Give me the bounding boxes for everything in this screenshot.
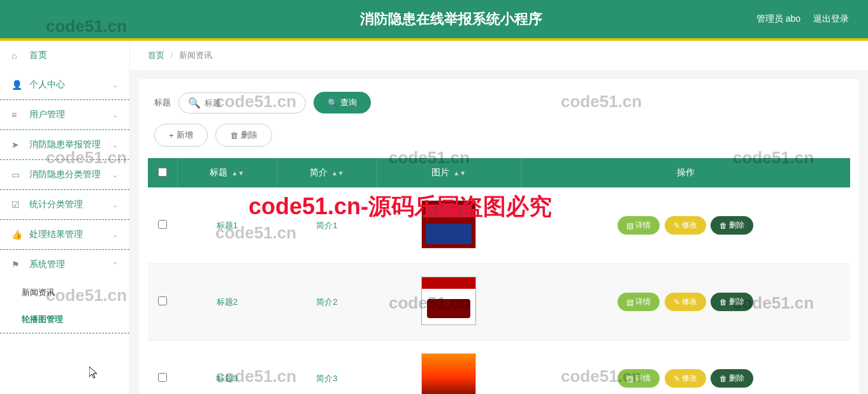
sidebar-item-users[interactable]: ≡ 用户管理 ⌄ bbox=[0, 100, 129, 130]
sort-icon: ▲▼ bbox=[231, 171, 244, 175]
doc-icon: ▤ bbox=[626, 298, 633, 307]
sidebar-label: 统计分类管理 bbox=[29, 199, 112, 210]
chevron-down-icon: ⌄ bbox=[112, 141, 118, 149]
cell-ops: ▤ 详情 ✎ 修改 🗑 删除 bbox=[521, 187, 850, 264]
row-delete-button[interactable]: 🗑 删除 bbox=[711, 369, 753, 388]
search-btn-label: 查询 bbox=[340, 97, 357, 108]
trash-icon: 🗑 bbox=[720, 221, 727, 230]
cell-ops: ▤ 详情 ✎ 修改 🗑 删除 bbox=[521, 264, 850, 340]
search-row: 标题 🔍 🔍 查询 bbox=[148, 92, 850, 113]
delete-button[interactable]: 🗑 删除 bbox=[215, 124, 272, 147]
thumbnail-image[interactable] bbox=[421, 200, 476, 249]
detail-button[interactable]: ▤ 详情 bbox=[618, 216, 660, 235]
trash-icon: 🗑 bbox=[720, 298, 727, 307]
sidebar-label: 首页 bbox=[29, 50, 118, 61]
cell-intro: 简介1 bbox=[277, 187, 377, 264]
row-checkbox[interactable] bbox=[158, 373, 167, 382]
edit-button[interactable]: ✎ 修改 bbox=[665, 293, 706, 311]
header-title[interactable]: 标题 ▲▼ bbox=[177, 158, 277, 187]
home-icon: ⌂ bbox=[11, 50, 23, 61]
row-delete-button[interactable]: 🗑 删除 bbox=[711, 293, 753, 311]
search-input-wrap[interactable]: 🔍 bbox=[178, 92, 306, 113]
sidebar-item-report[interactable]: ➤ 消防隐患举报管理 ⌄ bbox=[0, 130, 129, 160]
sidebar-label: 处理结果管理 bbox=[29, 229, 112, 240]
cell-intro: 简介3 bbox=[277, 340, 377, 395]
trash-icon: 🗑 bbox=[230, 131, 238, 140]
chevron-down-icon: ⌄ bbox=[112, 201, 118, 209]
sidebar-label: 消防隐患分类管理 bbox=[29, 169, 112, 180]
row-delete-button[interactable]: 🗑 删除 bbox=[711, 216, 753, 235]
cell-intro: 简介2 bbox=[277, 264, 377, 340]
main-content: 首页 / 新闻资讯 标题 🔍 🔍 查询 + 新增 bbox=[130, 41, 868, 394]
table-row: 标题1 简介1 ▤ 详情 ✎ 修改 🗑 删除 bbox=[148, 187, 850, 264]
sort-icon: ▲▼ bbox=[331, 171, 344, 175]
cell-title: 标题1 bbox=[177, 187, 277, 264]
sidebar-item-stats[interactable]: ☑ 统计分类管理 ⌄ bbox=[0, 190, 129, 220]
header-image[interactable]: 图片 ▲▼ bbox=[377, 158, 521, 187]
check-icon: ☑ bbox=[11, 200, 23, 210]
breadcrumb-current: 新闻资讯 bbox=[179, 50, 212, 60]
cell-ops: ▤ 详情 ✎ 修改 🗑 删除 bbox=[521, 340, 850, 395]
edit-icon: ✎ bbox=[674, 298, 680, 307]
header-check bbox=[148, 158, 177, 187]
detail-button[interactable]: ▤ 详情 bbox=[618, 293, 660, 311]
delete-label: 删除 bbox=[241, 129, 257, 141]
logout-link[interactable]: 退出登录 bbox=[813, 13, 849, 25]
admin-label[interactable]: 管理员 abo bbox=[756, 13, 800, 25]
sidebar-item-system[interactable]: ⚑ 系统管理 ⌃ bbox=[0, 250, 129, 279]
plus-icon: + bbox=[169, 131, 174, 140]
select-all-checkbox[interactable] bbox=[158, 168, 167, 177]
sidebar-label: 系统管理 bbox=[29, 259, 112, 270]
action-row: + 新增 🗑 删除 bbox=[148, 124, 850, 147]
sidebar-item-category[interactable]: ▭ 消防隐患分类管理 ⌄ bbox=[0, 160, 129, 190]
header-intro[interactable]: 简介 ▲▼ bbox=[277, 158, 377, 187]
chevron-down-icon: ⌄ bbox=[112, 231, 118, 239]
sidebar-item-result[interactable]: 👍 处理结果管理 ⌄ bbox=[0, 220, 129, 250]
breadcrumb-home[interactable]: 首页 bbox=[148, 50, 164, 60]
cell-title: 标题3 bbox=[177, 340, 277, 395]
sidebar-item-profile[interactable]: 👤 个人中心 ⌄ bbox=[0, 70, 129, 100]
row-checkbox[interactable] bbox=[158, 296, 167, 305]
list-icon: ≡ bbox=[11, 110, 23, 120]
breadcrumb: 首页 / 新闻资讯 bbox=[130, 41, 868, 70]
search-input[interactable] bbox=[205, 98, 296, 108]
sidebar-item-home[interactable]: ⌂ 首页 bbox=[0, 41, 129, 70]
chevron-down-icon: ⌄ bbox=[112, 171, 118, 179]
edit-icon: ✎ bbox=[674, 221, 680, 230]
cell-title: 标题2 bbox=[177, 264, 277, 340]
edit-button[interactable]: ✎ 修改 bbox=[665, 216, 706, 235]
user-icon: 👤 bbox=[11, 80, 23, 90]
add-button[interactable]: + 新增 bbox=[154, 124, 208, 147]
search-label: 标题 bbox=[154, 97, 171, 108]
edit-button[interactable]: ✎ 修改 bbox=[665, 369, 706, 388]
sidebar-sub-carousel[interactable]: 轮播图管理 bbox=[0, 306, 129, 333]
app-title: 消防隐患在线举报系统小程序 bbox=[147, 10, 756, 29]
add-label: 新增 bbox=[177, 129, 193, 141]
breadcrumb-sep: / bbox=[171, 50, 173, 60]
row-checkbox[interactable] bbox=[158, 220, 167, 229]
table-row: 标题3 简介3 ▤ 详情 ✎ 修改 🗑 删除 bbox=[148, 340, 850, 395]
data-table: 标题 ▲▼ 简介 ▲▼ 图片 ▲▼ 操作 bbox=[148, 158, 850, 394]
sidebar-label: 个人中心 bbox=[29, 79, 112, 91]
table-row: 标题2 简介2 ▤ 详情 ✎ 修改 🗑 删除 bbox=[148, 264, 850, 340]
edit-icon: ✎ bbox=[674, 374, 680, 383]
sidebar-sub-news[interactable]: 新闻资讯 bbox=[0, 279, 129, 306]
sort-icon: ▲▼ bbox=[453, 171, 466, 175]
trash-icon: 🗑 bbox=[720, 374, 727, 383]
chevron-down-icon: ⌄ bbox=[112, 111, 118, 119]
doc-icon: ▤ bbox=[626, 221, 633, 230]
cell-image bbox=[377, 340, 521, 395]
thumbnail-image[interactable] bbox=[421, 277, 476, 325]
search-button[interactable]: 🔍 查询 bbox=[314, 92, 371, 113]
detail-button[interactable]: ▤ 详情 bbox=[618, 369, 660, 388]
header-ops: 操作 bbox=[521, 158, 850, 187]
chevron-up-icon: ⌃ bbox=[112, 261, 118, 269]
app-header: 消防隐患在线举报系统小程序 管理员 abo 退出登录 bbox=[0, 0, 868, 38]
cell-image bbox=[377, 264, 521, 340]
doc-icon: ▤ bbox=[626, 374, 633, 383]
header-right: 管理员 abo 退出登录 bbox=[756, 13, 849, 25]
cell-image bbox=[377, 187, 521, 264]
sidebar: ⌂ 首页 👤 个人中心 ⌄ ≡ 用户管理 ⌄ ➤ 消防隐患举报管理 ⌄ ▭ 消防… bbox=[0, 41, 130, 394]
thumbnail-image[interactable] bbox=[421, 353, 476, 394]
search-icon: 🔍 bbox=[188, 97, 201, 109]
